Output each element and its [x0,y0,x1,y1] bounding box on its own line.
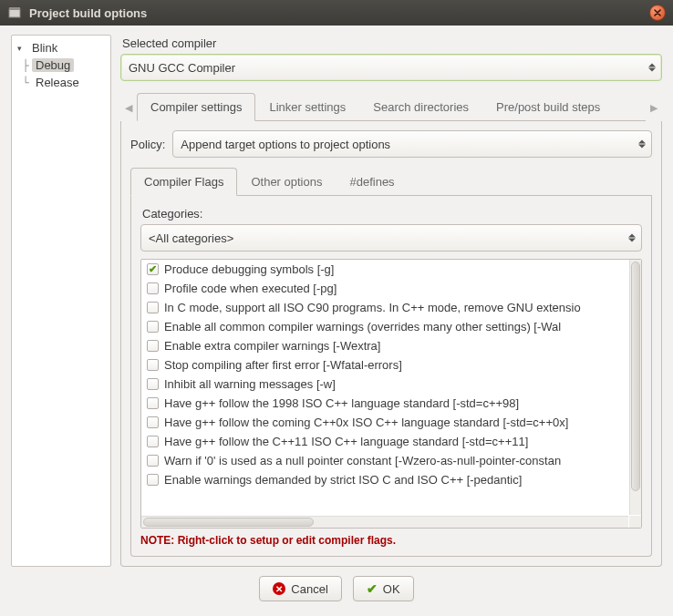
categories-value: <All categories> [149,231,233,245]
flag-checkbox[interactable] [147,263,159,275]
flag-row[interactable]: Inhibit all warning messages [-w] [141,375,628,394]
window-title: Project build options [29,6,642,20]
flag-label: Have g++ follow the 1998 ISO C++ languag… [164,396,519,410]
app-icon [7,5,22,20]
vertical-scrollbar[interactable] [629,260,641,515]
close-icon [654,9,661,16]
policy-select[interactable]: Append target options to project options [172,130,652,158]
compiler-value: GNU GCC Compiler [129,61,235,75]
flag-label: Have g++ follow the coming C++0x ISO C++… [164,416,568,429]
flag-label: Produce debugging symbols [-g] [164,262,334,276]
flag-label: Inhibit all warning messages [-w] [164,377,336,391]
flag-checkbox[interactable] [147,321,159,333]
flag-checkbox[interactable] [147,474,159,486]
compiler-select[interactable]: GNU GCC Compiler [120,54,662,81]
flag-checkbox[interactable] [147,340,159,352]
tree-item-root[interactable]: ▾ Blink [12,39,110,56]
flag-row[interactable]: Enable all common compiler warnings (ove… [141,317,628,336]
svg-rect-0 [9,9,20,17]
tree-branch-icon: ├ [21,59,30,72]
flag-row[interactable]: Enable warnings demanded by strict ISO C… [141,470,628,489]
flag-row[interactable]: In C mode, support all ISO C90 programs.… [141,298,628,317]
tree-branch-icon: └ [21,77,30,89]
flag-checkbox[interactable] [147,455,159,467]
horizontal-scrollbar[interactable] [141,516,628,528]
categories-label: Categories: [142,207,642,221]
flag-checkbox[interactable] [147,397,159,409]
main-tab[interactable]: Compiler settings [137,93,255,121]
categories-select[interactable]: <All categories> [140,224,642,252]
ok-label: OK [383,582,400,596]
main-tab[interactable]: Pre/post build steps [482,93,614,121]
flag-checkbox[interactable] [147,282,159,294]
main-tab[interactable]: Linker settings [255,93,359,121]
tree-label: Blink [28,41,61,55]
ok-icon: ✔ [367,581,378,596]
svg-rect-1 [9,7,20,10]
tab-scroll-right[interactable]: ▶ [646,94,662,121]
titlebar: Project build options [0,0,673,26]
flag-checkbox[interactable] [147,378,159,390]
flag-row[interactable]: Profile code when executed [-pg] [141,279,628,298]
flag-checkbox[interactable] [147,302,159,313]
flag-row[interactable]: Enable extra compiler warnings [-Wextra] [141,336,628,355]
cancel-label: Cancel [291,582,327,596]
flags-list: Produce debugging symbols [-g]Profile co… [140,259,642,529]
flag-label: Warn if '0' is used as a null pointer co… [164,454,561,467]
target-tree[interactable]: ▾ Blink ├Debug└Release [11,35,111,567]
sub-tab[interactable]: #defines [336,168,408,196]
spinner-icon [648,64,656,72]
collapse-icon[interactable]: ▾ [17,44,26,53]
flags-note: NOTE: Right-click to setup or edit compi… [140,534,642,547]
sub-tab[interactable]: Compiler Flags [130,168,237,196]
close-button[interactable] [649,5,666,21]
flag-checkbox[interactable] [147,359,159,371]
tree-label: Release [32,76,83,89]
ok-button[interactable]: ✔ OK [353,576,414,601]
flag-checkbox[interactable] [147,416,159,428]
flag-row[interactable]: Produce debugging symbols [-g] [141,260,628,279]
policy-value: Append target options to project options [181,138,390,151]
cancel-button[interactable]: ✕ Cancel [259,576,341,601]
tree-label: Debug [32,58,74,72]
flag-row[interactable]: Have g++ follow the C++11 ISO C++ langua… [141,432,628,451]
tree-item-child[interactable]: ├Debug [16,56,110,74]
flag-row[interactable]: Warn if '0' is used as a null pointer co… [141,451,628,470]
flag-row[interactable]: Have g++ follow the coming C++0x ISO C++… [141,413,628,432]
flag-checkbox[interactable] [147,436,159,447]
flag-label: Have g++ follow the C++11 ISO C++ langua… [164,435,528,448]
spinner-icon [628,234,636,242]
tab-scroll-left[interactable]: ◀ [120,94,137,121]
cancel-icon: ✕ [273,582,285,595]
flag-label: Stop compiling after first error [-Wfata… [164,358,402,372]
flag-row[interactable]: Stop compiling after first error [-Wfata… [141,355,628,375]
flag-row[interactable]: Have g++ follow the 1998 ISO C++ languag… [141,394,628,413]
flag-label: Enable extra compiler warnings [-Wextra] [164,339,380,353]
selected-compiler-label: Selected compiler [122,36,662,50]
flag-label: Enable warnings demanded by strict ISO C… [164,473,522,487]
flag-label: Enable all common compiler warnings (ove… [164,320,561,334]
sub-tab[interactable]: Other options [237,168,336,196]
flag-label: In C mode, support all ISO C90 programs.… [164,301,581,314]
policy-label: Policy: [130,138,165,151]
spinner-icon [638,140,646,149]
main-tab[interactable]: Search directories [359,93,482,121]
flag-label: Profile code when executed [-pg] [164,282,336,295]
tree-item-child[interactable]: └Release [16,74,110,91]
